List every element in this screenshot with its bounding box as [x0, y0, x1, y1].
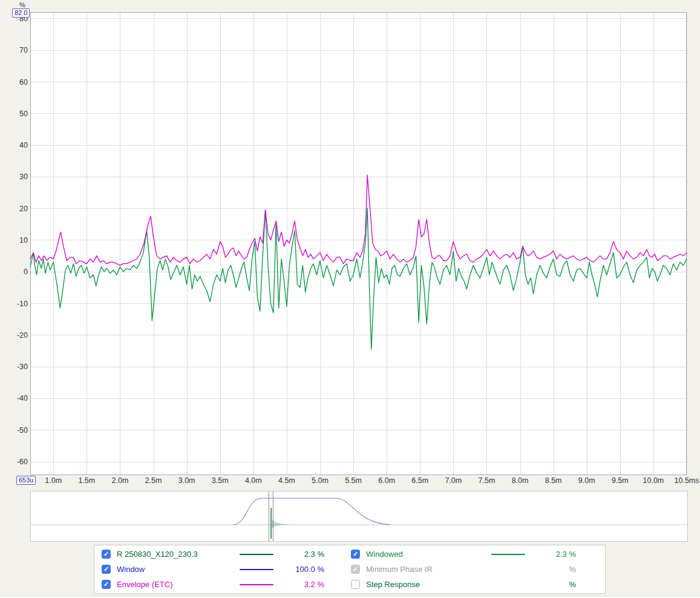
legend-right-column: Windowed 2.3 % Minimum Phase IR % Step R…	[351, 547, 576, 592]
legend-line-sample	[240, 554, 273, 555]
svg-text:0: 0	[24, 268, 28, 276]
svg-text:-60: -60	[17, 458, 28, 466]
svg-text:2.0m: 2.0m	[112, 476, 129, 485]
legend-row: Minimum Phase IR %	[351, 562, 576, 577]
svg-text:7.5m: 7.5m	[479, 476, 496, 485]
svg-text:2.5m: 2.5m	[145, 476, 162, 485]
legend-row: Window 100.0 %	[102, 562, 324, 577]
svg-text:4.5m: 4.5m	[278, 476, 295, 485]
svg-text:8.5m: 8.5m	[545, 476, 562, 485]
svg-text:-10: -10	[17, 300, 28, 308]
legend-line-sample	[240, 569, 273, 570]
legend-left-column: R 250830_X120_230.3 2.3 % Window 100.0 %…	[102, 547, 324, 592]
legend-label[interactable]: R 250830_X120_230.3	[117, 550, 235, 559]
legend-row: Envelope (ETC) 3.2 %	[102, 577, 324, 592]
svg-text:8.0m: 8.0m	[512, 476, 529, 485]
legend-row: Step Response %	[351, 577, 576, 592]
svg-text:-30: -30	[17, 363, 28, 371]
y-axis-max-readout[interactable]: 82.0	[12, 8, 30, 18]
svg-text:60: 60	[19, 78, 28, 87]
svg-text:4.0m: 4.0m	[245, 476, 262, 485]
svg-text:5.0m: 5.0m	[312, 476, 329, 485]
legend-value: %	[531, 565, 576, 574]
y-axis-tick-labels: 80706050403020100-10-20-30-40-50-60	[17, 15, 28, 466]
x-axis-start-readout[interactable]: 653u	[16, 476, 36, 485]
svg-text:50: 50	[19, 110, 28, 118]
legend-line-sample	[491, 554, 525, 555]
legend-label[interactable]: Step Response	[366, 580, 486, 589]
trace-checkbox[interactable]	[102, 580, 111, 589]
svg-text:1.5m: 1.5m	[78, 476, 95, 485]
svg-text:6.0m: 6.0m	[378, 476, 395, 485]
svg-text:70: 70	[19, 46, 28, 54]
legend-row: Windowed 2.3 %	[351, 547, 576, 562]
rew-impulse-graph-panel: % 82.0 653u 80706050403020100-10-20-30-4…	[0, 0, 700, 598]
legend-line-sample	[491, 584, 525, 585]
overview-impulse	[271, 508, 289, 539]
svg-text:3.5m: 3.5m	[212, 476, 229, 485]
svg-text:10.0m: 10.0m	[643, 476, 664, 485]
svg-text:5.5m: 5.5m	[345, 476, 362, 485]
trace-checkbox[interactable]	[102, 550, 111, 559]
legend-line-sample	[240, 584, 273, 585]
legend-label[interactable]: Envelope (ETC)	[117, 580, 235, 589]
trace-checkbox	[351, 565, 360, 574]
legend-row: R 250830_X120_230.3 2.3 %	[102, 547, 324, 562]
legend-value: 2.3 %	[531, 550, 576, 559]
svg-text:-40: -40	[17, 394, 28, 402]
svg-text:9.5m: 9.5m	[612, 476, 629, 485]
y-axis-unit-label: %	[19, 1, 25, 8]
legend-label: Minimum Phase IR	[366, 565, 486, 574]
impulse-response-chart[interactable]: 80706050403020100-10-20-30-40-50-601.0m1…	[0, 0, 700, 488]
svg-text:30: 30	[19, 172, 28, 181]
next-panel-edge	[0, 596, 700, 598]
svg-text:10: 10	[19, 236, 28, 245]
legend-value: 100.0 %	[280, 565, 324, 574]
legend-value: %	[531, 580, 576, 589]
x-axis-tick-labels: 1.0m1.5m2.0m2.5m3.0m3.5m4.0m4.5m5.0m5.5m…	[45, 476, 699, 485]
legend-panel: R 250830_X120_230.3 2.3 % Window 100.0 %…	[94, 545, 606, 594]
legend-value: 2.3 %	[280, 550, 324, 559]
svg-text:1.0m: 1.0m	[45, 476, 62, 485]
legend-value: 3.2 %	[280, 580, 324, 589]
trace-checkbox[interactable]	[351, 580, 360, 589]
trace-checkbox[interactable]	[351, 550, 360, 559]
svg-text:-50: -50	[17, 426, 28, 435]
svg-text:20: 20	[19, 205, 28, 213]
svg-text:7.0m: 7.0m	[445, 476, 462, 485]
svg-text:10.5ms: 10.5ms	[675, 476, 699, 485]
svg-text:6.5m: 6.5m	[411, 476, 428, 485]
legend-line-sample	[491, 569, 525, 570]
overview-navigator-strip[interactable]	[30, 491, 688, 542]
overview-window-shape	[234, 498, 390, 525]
trace-checkbox[interactable]	[102, 565, 111, 574]
plot-area[interactable]	[30, 12, 687, 475]
svg-text:40: 40	[19, 141, 28, 150]
svg-text:3.0m: 3.0m	[178, 476, 195, 485]
svg-text:-20: -20	[17, 331, 28, 340]
legend-label[interactable]: Window	[117, 565, 235, 574]
legend-label[interactable]: Windowed	[366, 550, 486, 559]
svg-text:9.0m: 9.0m	[578, 476, 595, 485]
